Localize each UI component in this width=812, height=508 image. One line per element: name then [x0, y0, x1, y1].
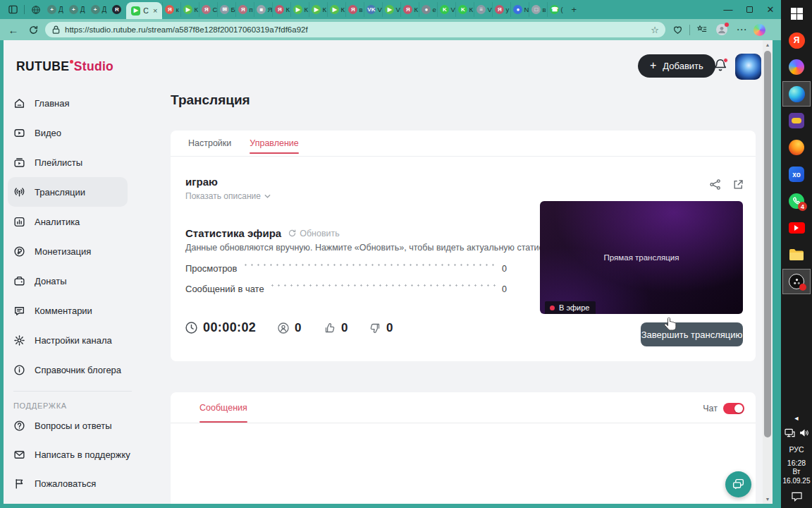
sidebar-item-comments[interactable]: Комментарии — [4, 296, 141, 325]
taskbar-xo-app[interactable]: xo — [781, 161, 812, 188]
refresh-button[interactable] — [25, 22, 41, 37]
tab-favicon: K — [440, 5, 449, 14]
taskbar-obs[interactable] — [782, 269, 811, 294]
tab-favicon: Я — [238, 5, 247, 14]
browser-tab[interactable]: ЯС — [199, 2, 217, 17]
window-maximize-button[interactable] — [739, 0, 760, 19]
settings-icon — [13, 334, 25, 346]
browser-tab-pinned[interactable]: +Д — [44, 2, 66, 17]
workspaces-icon[interactable] — [4, 2, 21, 17]
scrollbar-thumb[interactable] — [764, 51, 771, 437]
sidebar-item-info[interactable]: Справочник блогера — [4, 355, 141, 385]
sidebar-item-video[interactable]: Видео — [4, 118, 141, 147]
bookmark-star-icon[interactable]: ☆ — [651, 25, 659, 35]
copilot-icon[interactable] — [753, 24, 765, 36]
browser-tab[interactable]: ●N — [510, 2, 529, 17]
tab-favicon: K — [458, 5, 467, 14]
support-chat-button[interactable] — [725, 471, 751, 497]
browser-tab[interactable]: ЯК — [272, 2, 290, 17]
browser-tab[interactable]: ☎( — [547, 2, 565, 17]
add-button[interactable]: + Добавить — [638, 54, 715, 78]
refresh-stats-button[interactable]: Обновить — [288, 229, 340, 238]
browser-tab[interactable]: VKV — [364, 2, 382, 17]
sidebar-item-flag[interactable]: Пожаловаться — [4, 469, 141, 498]
browser-tab-pinned[interactable]: +Д — [88, 2, 110, 17]
browser-tab-active[interactable]: ▶ С × — [126, 2, 162, 19]
sidebar-item-donate[interactable]: Донаты — [4, 266, 141, 296]
playlist-icon — [13, 157, 25, 169]
window-close-button[interactable]: ✕ — [760, 0, 781, 19]
browser-tab[interactable]: Яу — [492, 2, 510, 17]
page-scrollbar[interactable]: ▲ ▼ — [763, 40, 773, 504]
browser-tab[interactable]: Як — [162, 2, 180, 17]
taskbar-start-button[interactable] — [781, 0, 812, 27]
tab-settings[interactable]: Настройки — [188, 131, 231, 156]
tab-close-icon[interactable]: × — [153, 6, 157, 15]
browser-tab[interactable]: □в — [529, 2, 547, 17]
like-icon[interactable] — [324, 322, 336, 334]
tray-clock[interactable]: 16:28 Вт 16.09.25 — [781, 460, 812, 484]
taskbar-yandex-app[interactable] — [781, 54, 812, 80]
taskbar-explorer[interactable] — [781, 241, 812, 268]
sidebar-item-mail[interactable]: Написать в поддержку — [4, 440, 141, 469]
browser-tab[interactable]: Яв — [345, 2, 364, 17]
sidebar-item-playlist[interactable]: Плейлисты — [4, 147, 141, 177]
taskbar-whatsapp[interactable]: 4 — [781, 188, 812, 214]
chat-toggle[interactable] — [723, 403, 744, 414]
back-button[interactable]: ← — [6, 22, 21, 37]
browser-tab-pinned[interactable]: +Д — [66, 2, 88, 17]
taskbar-edge[interactable] — [782, 81, 811, 107]
browser-tab[interactable]: ●е — [419, 2, 437, 17]
taskbar-firefox[interactable] — [781, 134, 812, 161]
browser-tab[interactable]: KК — [455, 2, 474, 17]
browser-tab[interactable]: ≡V — [474, 2, 492, 17]
sidebar-item-settings[interactable]: Настройки канала — [4, 325, 141, 355]
share-icon[interactable] — [709, 179, 721, 193]
rutube-studio-logo[interactable]: RUTUBE Studio — [16, 59, 113, 74]
tab-control[interactable]: Управление — [250, 131, 299, 156]
window-minimize-button[interactable]: — — [718, 0, 739, 19]
browser-essentials-icon[interactable] — [670, 22, 685, 37]
taskbar-yandex-browser[interactable]: Я — [781, 27, 812, 54]
tray-language[interactable]: РУС — [781, 442, 812, 457]
notifications-bell-icon[interactable] — [713, 58, 730, 75]
sidebar-item-monetization[interactable]: Монетизация — [4, 236, 141, 266]
stream-preview[interactable]: Прямая трансляция В эфире — [540, 201, 743, 314]
sidebar-item-analytics[interactable]: Аналитика — [4, 207, 141, 236]
browser-window: +Д+Д+ДR ▶ С × Як▶КЯС✉БЯп■ЯЯК▶К▶К▶КЯвVKV▶… — [0, 0, 781, 508]
new-tab-button[interactable]: + — [565, 2, 582, 17]
favorites-icon[interactable] — [694, 22, 710, 37]
browser-tab-pinned[interactable]: R — [109, 2, 126, 17]
browser-tab[interactable]: ЯК — [400, 2, 419, 17]
browser-tab[interactable]: ▶К — [309, 2, 327, 17]
user-avatar[interactable] — [735, 54, 761, 80]
tray-system-icons[interactable] — [781, 423, 812, 442]
browser-tab[interactable]: Яп — [235, 2, 254, 17]
open-external-icon[interactable] — [732, 179, 744, 193]
browser-tab[interactable]: ✉Б — [217, 2, 235, 17]
tab-favicon: + — [47, 5, 56, 14]
browser-tab[interactable]: ▶К — [180, 2, 199, 17]
end-stream-button[interactable]: Завершить трансляцию — [641, 322, 743, 346]
sidebar-item-broadcast[interactable]: Трансляции — [8, 177, 128, 207]
profile-avatar[interactable] — [714, 22, 730, 37]
browser-tab[interactable]: ▶V — [382, 2, 400, 17]
browser-menu-icon[interactable]: ⋯ — [734, 22, 749, 37]
tab-messages[interactable]: Сообщения — [199, 392, 247, 423]
tray-expand-icon[interactable]: ◂ — [781, 412, 812, 423]
sidebar-item-home[interactable]: Главная — [4, 88, 141, 118]
action-center-icon[interactable] — [781, 484, 812, 508]
taskbar-game-app[interactable] — [781, 107, 812, 134]
browser-tab[interactable]: ▶К — [327, 2, 345, 17]
address-bar[interactable]: https://studio.rutube.ru/stream/a587f8e1… — [45, 22, 665, 37]
browser-tab[interactable]: ■Я — [254, 2, 272, 17]
pinned-tab-globe[interactable] — [27, 2, 44, 17]
sidebar-item-question[interactable]: Вопросы и ответы — [4, 411, 141, 440]
scroll-up-arrow[interactable]: ▲ — [763, 40, 773, 49]
dislike-icon[interactable] — [369, 322, 381, 334]
scroll-down-arrow[interactable]: ▼ — [763, 495, 773, 504]
browser-tab[interactable]: KV — [437, 2, 455, 17]
taskbar-youtube[interactable] — [781, 214, 812, 241]
show-description-link[interactable]: Показать описание — [185, 191, 271, 201]
browser-tab[interactable]: ▶К — [290, 2, 309, 17]
